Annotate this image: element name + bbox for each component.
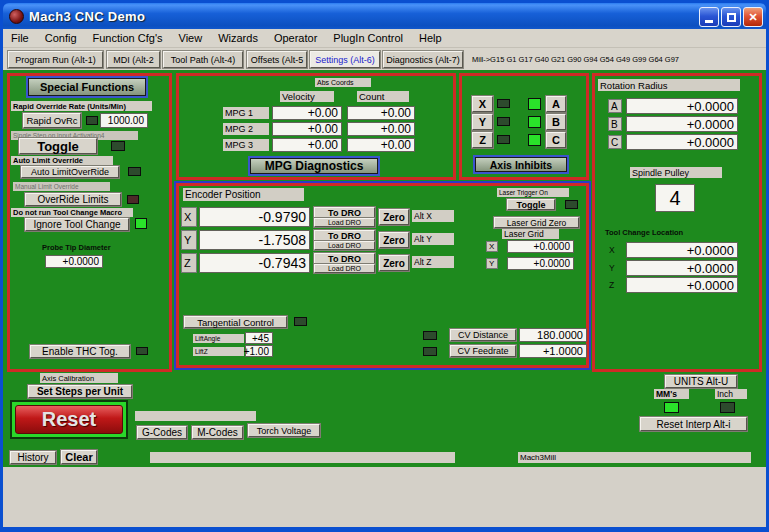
- load-dro-z-button[interactable]: Load DRO: [314, 264, 375, 273]
- velocity-header: Velocity: [280, 91, 334, 102]
- tool-change-z-label: Z: [607, 279, 619, 290]
- tab-offsets[interactable]: Offsets (Alt-5: [247, 51, 307, 68]
- axis-b-led: [528, 116, 541, 128]
- tool-change-x-value[interactable]: +0.0000: [626, 242, 738, 258]
- laser-trigger-label: Laser Trigger On: [497, 188, 569, 197]
- mpg2-label: MPG 2: [223, 123, 269, 135]
- cv-distance-button[interactable]: CV Distance: [450, 329, 516, 341]
- clear-button[interactable]: Clear: [61, 450, 97, 464]
- laser-y-value[interactable]: +0.0000: [507, 257, 574, 270]
- rotation-radius-panel: Rotation Radius A +0.0000 B +0.0000 C +0…: [592, 73, 762, 372]
- close-button[interactable]: ✕: [743, 7, 763, 27]
- laser-grid-label: Laser Grid: [502, 229, 559, 239]
- spindle-pulley-value[interactable]: 4: [655, 184, 695, 212]
- cv-feedrate-led: [423, 347, 437, 356]
- units-button[interactable]: UNITS Alt-U: [665, 375, 737, 388]
- maximize-button[interactable]: [721, 7, 741, 27]
- status-bar-profile: Mach3Mill: [518, 452, 751, 463]
- gcodes-button[interactable]: G-Codes: [137, 426, 187, 439]
- torch-voltage-button[interactable]: Torch Voltage: [248, 424, 320, 437]
- history-button[interactable]: History: [10, 451, 56, 464]
- menu-wizards[interactable]: Wizards: [210, 31, 266, 45]
- app-window: Mach3 CNC Demo ✕ File Config Function Cf…: [0, 0, 769, 532]
- window-title: Mach3 CNC Demo: [29, 9, 145, 24]
- reset-button[interactable]: Reset: [10, 400, 128, 439]
- axis-inhibits-panel: X A Y B Z C Axis Inhibits: [459, 73, 589, 180]
- menu-help[interactable]: Help: [411, 31, 450, 45]
- tangential-control-button[interactable]: Tangential Control: [184, 316, 287, 328]
- menu-file[interactable]: File: [3, 31, 37, 45]
- encoder-x-value[interactable]: -0.9790: [199, 207, 310, 227]
- rapid-ovrd-button[interactable]: Rapid OvRc: [23, 113, 81, 128]
- to-dro-x-button[interactable]: To DRO: [314, 207, 375, 218]
- mcodes-button[interactable]: M-Codes: [192, 426, 243, 439]
- enable-thc-button[interactable]: Enable THC Tog.: [30, 345, 130, 358]
- lift-z-value[interactable]: +1.00: [245, 345, 273, 357]
- mpg-diagnostics-button[interactable]: MPG Diagnostics: [250, 158, 378, 174]
- cv-feedrate-button[interactable]: CV Feedrate: [450, 345, 516, 357]
- load-dro-x-button[interactable]: Load DRO: [314, 218, 375, 227]
- encoder-z-value[interactable]: -0.7943: [199, 253, 310, 273]
- single-step-toggle-button[interactable]: Toggle: [19, 138, 97, 154]
- tab-diagnostics[interactable]: Diagnostics (Alt-7): [383, 51, 463, 68]
- rotation-b-label: B: [608, 117, 622, 131]
- tab-settings[interactable]: Settings (Alt-6): [310, 51, 380, 68]
- auto-limit-override-button[interactable]: Auto LimitOverRide: [21, 166, 119, 178]
- override-limits-led: [127, 195, 139, 204]
- set-steps-button[interactable]: Set Steps per Unit: [28, 385, 132, 398]
- cv-distance-value[interactable]: 180.0000: [519, 328, 587, 342]
- tool-change-y-value[interactable]: +0.0000: [626, 260, 738, 276]
- reset-interp-button[interactable]: Reset Interp Alt-i: [640, 417, 747, 431]
- to-dro-z-button[interactable]: To DRO: [314, 253, 375, 264]
- axis-x-button[interactable]: X: [472, 96, 493, 112]
- tab-tool-path[interactable]: Tool Path (Alt-4): [163, 51, 243, 68]
- lift-angle-label: LiftAngle: [193, 334, 244, 343]
- cv-feedrate-value[interactable]: +1.0000: [519, 344, 587, 358]
- rotation-c-value[interactable]: +0.0000: [626, 134, 738, 150]
- title-bar[interactable]: Mach3 CNC Demo ✕: [3, 3, 766, 29]
- gcode-modal-string: Mill->G15 G1 G17 G40 G21 G90 G94 G54 G49…: [467, 49, 764, 69]
- rotation-a-value[interactable]: +0.0000: [626, 98, 738, 114]
- load-dro-y-button[interactable]: Load DRO: [314, 241, 375, 250]
- minimize-button[interactable]: [699, 7, 719, 27]
- menu-function-cfgs[interactable]: Function Cfg's: [85, 31, 171, 45]
- app-icon: [9, 9, 24, 24]
- menu-config[interactable]: Config: [37, 31, 85, 45]
- zero-x-button[interactable]: Zero: [379, 209, 409, 225]
- menu-view[interactable]: View: [171, 31, 211, 45]
- tab-mdi[interactable]: MDI (Alt-2: [107, 51, 160, 68]
- tool-change-z-value[interactable]: +0.0000: [626, 277, 738, 293]
- status-bar-left: [150, 452, 455, 463]
- special-functions-button[interactable]: Special Functions: [28, 78, 146, 96]
- axis-c-led: [528, 134, 541, 146]
- axis-a-button[interactable]: A: [546, 96, 566, 112]
- probe-tip-diameter-value[interactable]: +0.0000: [45, 255, 103, 268]
- encoder-x-label: X: [181, 207, 197, 227]
- zero-z-button[interactable]: Zero: [379, 255, 409, 271]
- axis-c-button[interactable]: C: [546, 132, 566, 148]
- axis-z-button[interactable]: Z: [472, 132, 493, 148]
- ignore-tool-change-button[interactable]: Ignore Tool Change: [25, 218, 129, 231]
- axis-y-button[interactable]: Y: [472, 114, 493, 130]
- override-limits-button[interactable]: OverRide Limits: [25, 193, 121, 206]
- encoder-y-value[interactable]: -1.7508: [199, 230, 310, 250]
- enable-thc-led: [136, 347, 148, 355]
- menu-plugin-control[interactable]: PlugIn Control: [325, 31, 411, 45]
- menu-operator[interactable]: Operator: [266, 31, 325, 45]
- rotation-b-value[interactable]: +0.0000: [626, 116, 738, 132]
- tab-program-run[interactable]: Program Run (Alt-1): [8, 51, 103, 68]
- to-dro-y-button[interactable]: To DRO: [314, 230, 375, 241]
- abs-coords-label: Abs Coords: [315, 78, 371, 87]
- rotation-a-label: A: [608, 99, 622, 113]
- main-area: Special Functions Rapid Override Rate (U…: [3, 70, 766, 467]
- laser-x-value[interactable]: +0.0000: [507, 240, 574, 253]
- spindle-pulley-label: Spindle Pulley: [630, 167, 722, 178]
- axis-b-button[interactable]: B: [546, 114, 566, 130]
- lift-angle-value[interactable]: +45: [245, 332, 273, 344]
- zero-y-button[interactable]: Zero: [379, 232, 409, 248]
- rapid-ovrd-value[interactable]: 1000.00: [100, 113, 148, 128]
- axis-inhibits-button[interactable]: Axis Inhibits: [475, 157, 567, 172]
- close-icon: ✕: [748, 11, 757, 24]
- laser-toggle-button[interactable]: Toggle: [507, 199, 555, 210]
- laser-grid-zero-button[interactable]: Laser Grid Zero: [494, 217, 579, 228]
